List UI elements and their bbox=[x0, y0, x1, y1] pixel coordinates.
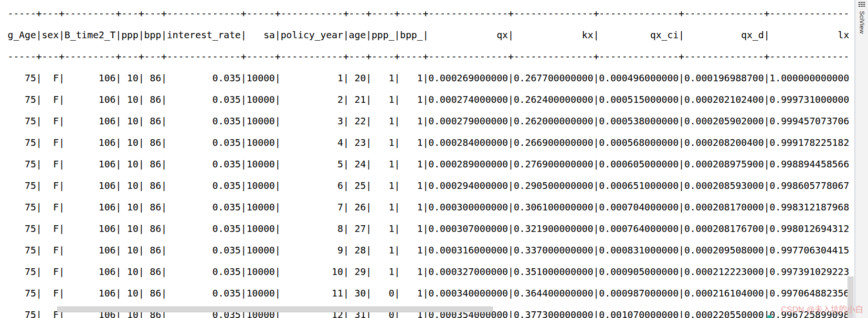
table-row: 75| F| 106| 10| 86| 0.035|10000| 5| 24| … bbox=[8, 154, 849, 175]
grid-icon bbox=[858, 2, 865, 8]
table-row: 75| F| 106| 10| 86| 0.035|10000| 11| 30|… bbox=[8, 283, 849, 304]
table-row: 75| F| 106| 10| 86| 0.035|10000| 7| 26| … bbox=[8, 197, 849, 218]
separator-row: -----+---+---------+---+---+------------… bbox=[8, 3, 849, 24]
horizontal-scrollbar-track[interactable] bbox=[0, 306, 855, 313]
table-row: 75| F| 106| 10| 86| 0.035|10000| 8| 27| … bbox=[8, 218, 849, 240]
horizontal-scrollbar-thumb[interactable] bbox=[57, 307, 493, 312]
sciview-tab-label[interactable]: SciView bbox=[858, 11, 865, 34]
separator-row: -----+---+---------+---+---+------------… bbox=[8, 46, 849, 67]
csdn-watermark: CSDN @未入坑的小白 bbox=[781, 303, 863, 315]
table-row: 75| F| 106| 10| 86| 0.035|10000| 1| 20| … bbox=[8, 67, 849, 89]
table-row: 75| F| 106| 10| 86| 0.035|10000| 2| 21| … bbox=[8, 89, 849, 110]
dataframe-text-table: -----+---+---------+---+---+------------… bbox=[8, 0, 849, 318]
table-row: 75| F| 106| 10| 86| 0.035|10000| 9| 28| … bbox=[8, 240, 849, 261]
table-row: 75| F| 106| 10| 86| 0.035|10000| 10| 29|… bbox=[8, 261, 849, 283]
table-row: 75| F| 106| 10| 86| 0.035|10000| 6| 25| … bbox=[8, 175, 849, 197]
header-row: g_Age|sex|B_time2_T|ppp|bpp|interest_rat… bbox=[8, 24, 849, 46]
sciview-panel-stripe[interactable]: SciView bbox=[855, 0, 868, 318]
csdn-logo-dot bbox=[767, 315, 772, 318]
table-row: 75| F| 106| 10| 86| 0.035|10000| 3| 22| … bbox=[8, 110, 849, 132]
table-row: 75| F| 106| 10| 86| 0.035|10000| 4| 23| … bbox=[8, 132, 849, 154]
